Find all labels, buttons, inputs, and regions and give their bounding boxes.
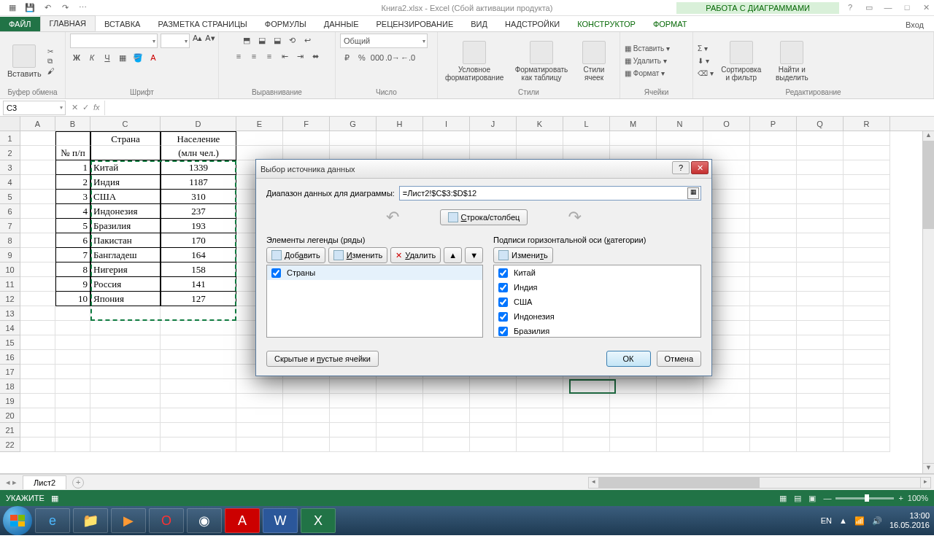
cell[interactable]: 1 (55, 160, 90, 175)
new-sheet-button[interactable]: + (72, 477, 84, 489)
cell[interactable]: Страна (90, 131, 161, 146)
minimize-icon[interactable]: — (883, 3, 893, 12)
cell[interactable]: Бразилия (90, 219, 161, 233)
cell[interactable] (236, 379, 283, 394)
col-F[interactable]: F (283, 117, 330, 131)
cell[interactable] (283, 423, 330, 438)
cell[interactable] (610, 394, 657, 408)
cell[interactable]: 9 (55, 277, 90, 292)
cell[interactable] (844, 292, 890, 306)
row-header[interactable]: 17 (0, 365, 20, 379)
cell[interactable] (844, 423, 890, 438)
cell[interactable] (844, 204, 890, 219)
dialog-help-icon[interactable]: ? (672, 161, 690, 174)
move-up-button[interactable]: ▲ (444, 247, 462, 263)
cell[interactable] (283, 379, 330, 394)
cell[interactable] (703, 131, 750, 146)
cell[interactable] (90, 146, 161, 160)
font-color-icon[interactable]: A (147, 51, 160, 64)
cell[interactable] (55, 365, 90, 379)
cell[interactable] (90, 335, 161, 350)
cell[interactable] (750, 131, 797, 146)
tab-home[interactable]: ГЛАВНАЯ (40, 15, 96, 31)
cell[interactable] (703, 394, 750, 408)
row-header[interactable]: 4 (0, 175, 20, 190)
cell[interactable] (236, 146, 283, 160)
cell[interactable] (703, 408, 750, 423)
cell[interactable] (20, 423, 55, 438)
dec-decimal-icon[interactable]: ←.0 (401, 51, 414, 64)
list-item[interactable]: США (494, 295, 700, 309)
name-box[interactable]: C3 (3, 101, 66, 115)
cell[interactable] (330, 131, 377, 146)
cell[interactable]: 158 (161, 262, 236, 277)
format-painter-icon[interactable]: 🖌 (47, 67, 55, 75)
cell[interactable] (750, 160, 797, 175)
cell[interactable] (20, 160, 55, 175)
redo-icon[interactable]: ↷ (60, 3, 70, 13)
cell[interactable] (20, 438, 55, 452)
dialog-titlebar[interactable]: Выбор источника данных ?✕ (256, 160, 711, 179)
cell[interactable] (90, 306, 161, 321)
cell[interactable] (423, 394, 470, 408)
tab-view[interactable]: ВИД (462, 17, 496, 31)
orientation-icon[interactable]: ⟲ (286, 34, 299, 47)
cell[interactable] (797, 146, 844, 160)
insert-cells-button[interactable]: ▦ Вставить ▾ (625, 44, 670, 52)
cell[interactable] (844, 277, 890, 292)
cell[interactable] (797, 379, 844, 394)
cell[interactable] (797, 131, 844, 146)
cell[interactable] (20, 292, 55, 306)
zoom-control[interactable]: —+100% (823, 494, 928, 502)
col-H[interactable]: H (377, 117, 423, 131)
cancel-button[interactable]: Отмена (657, 351, 701, 367)
cell[interactable] (470, 423, 517, 438)
cell[interactable] (20, 190, 55, 204)
edit-series-button[interactable]: Изменить (328, 247, 388, 263)
tab-chart-design[interactable]: КОНСТРУКТОР (568, 17, 644, 31)
cell[interactable] (20, 262, 55, 277)
login-link[interactable]: Вход (901, 18, 928, 31)
cell[interactable] (20, 219, 55, 233)
tab-file[interactable]: ФАЙЛ (0, 17, 40, 31)
paste-button[interactable]: Вставить (4, 43, 45, 79)
horizontal-scrollbar[interactable]: ◂▸ (588, 477, 931, 489)
cell[interactable]: Население (161, 131, 236, 146)
format-cells-button[interactable]: ▦ Формат ▾ (625, 69, 670, 77)
cell[interactable] (236, 394, 283, 408)
border-icon[interactable]: ▦ (116, 51, 129, 64)
cell[interactable] (330, 394, 377, 408)
row-header[interactable]: 19 (0, 394, 20, 408)
cell[interactable] (750, 190, 797, 204)
maximize-icon[interactable]: □ (902, 3, 912, 12)
cell[interactable]: (млн чел.) (161, 146, 236, 160)
cell[interactable] (750, 438, 797, 452)
cell[interactable] (90, 423, 161, 438)
move-down-button[interactable]: ▼ (465, 247, 483, 263)
cell[interactable] (657, 131, 703, 146)
cell[interactable] (236, 423, 283, 438)
cell[interactable] (797, 204, 844, 219)
cell[interactable] (563, 423, 610, 438)
cell[interactable] (20, 146, 55, 160)
cell[interactable] (517, 131, 563, 146)
row-header[interactable]: 12 (0, 292, 20, 306)
cell[interactable] (797, 160, 844, 175)
cell[interactable]: Китай (90, 160, 161, 175)
row-header[interactable]: 16 (0, 350, 20, 365)
cell[interactable] (657, 438, 703, 452)
cell[interactable] (90, 379, 161, 394)
cell[interactable] (703, 423, 750, 438)
cell[interactable]: 141 (161, 277, 236, 292)
cell[interactable] (610, 131, 657, 146)
cell[interactable]: Бангладеш (90, 248, 161, 262)
shrink-font-icon[interactable]: A▾ (205, 34, 215, 48)
cell[interactable] (750, 394, 797, 408)
cell[interactable] (750, 335, 797, 350)
cell[interactable] (283, 394, 330, 408)
taskbar-ie[interactable]: e (35, 508, 70, 533)
cell[interactable] (90, 350, 161, 365)
cell[interactable] (20, 233, 55, 248)
row-header[interactable]: 3 (0, 160, 20, 175)
underline-button[interactable]: Ч (101, 51, 114, 64)
